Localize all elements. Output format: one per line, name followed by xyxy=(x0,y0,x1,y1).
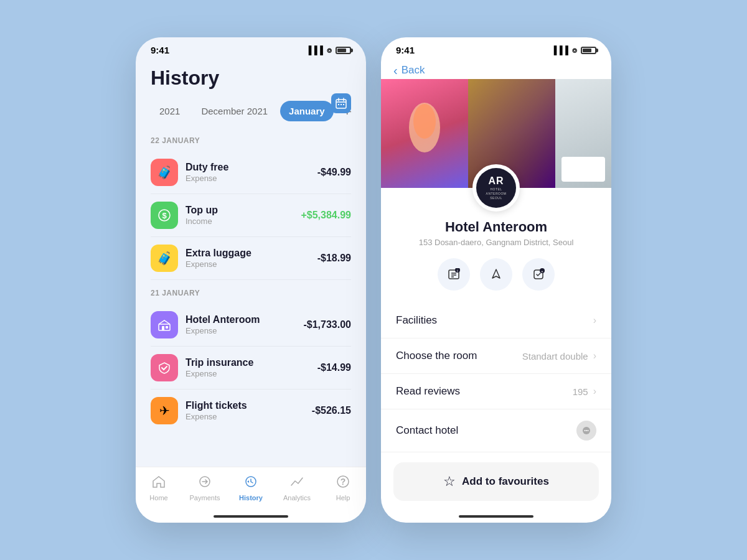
tx-icon-luggage: 🧳 xyxy=(151,245,178,272)
action-navigate[interactable] xyxy=(480,258,512,291)
reviews-count: 195 xyxy=(573,386,588,397)
nav-help[interactable]: ? Help xyxy=(320,475,366,502)
tx-amount-luggage: -$18.99 xyxy=(317,253,351,264)
tx-name-duty-free: Duty free xyxy=(186,162,317,173)
nav-analytics[interactable]: Analytics xyxy=(274,475,320,502)
hotel-logo-wrapper: AR HOTEL ANTEROOM SEOUL xyxy=(381,164,611,212)
logo-text: HOTEL ANTEROOM SEOUL xyxy=(486,187,507,200)
tx-type-hotel: Expense xyxy=(186,326,303,335)
tx-name-flight: Flight tickets xyxy=(186,400,312,411)
svg-point-17 xyxy=(413,104,436,139)
facilities-chevron-icon: › xyxy=(593,315,596,326)
tx-icon-insurance xyxy=(151,354,178,381)
tx-icon-flight: ✈ xyxy=(151,397,178,424)
date-label-22: 22 JANUARY xyxy=(151,136,351,145)
facilities-label: Facilities xyxy=(396,314,437,327)
back-chevron-icon: ‹ xyxy=(393,64,398,77)
tx-type-luggage: Expense xyxy=(186,259,317,269)
battery-icon xyxy=(336,47,351,54)
menu-contact-hotel[interactable]: Contact hotel xyxy=(381,409,611,452)
contact-right xyxy=(576,421,596,441)
svg-rect-10 xyxy=(162,326,164,330)
svg-rect-11 xyxy=(166,326,168,329)
left-phone: 9:41 ▐▐▐ ⌾ History 2021 December 2021 Ja… xyxy=(136,37,366,523)
tx-name-insurance: Trip insurance xyxy=(186,357,317,368)
svg-text:+: + xyxy=(542,269,543,273)
left-content: History 2021 December 2021 January Febru… xyxy=(136,59,366,464)
time-left: 9:41 xyxy=(151,45,169,55)
tab-december[interactable]: December 2021 xyxy=(192,101,276,121)
nav-history[interactable]: History xyxy=(228,475,274,502)
svg-text:?: ? xyxy=(341,477,346,487)
tab-2021[interactable]: 2021 xyxy=(151,101,189,121)
menu-choose-room[interactable]: Choose the room Standart double › xyxy=(381,338,611,374)
tx-icon-topup: $ xyxy=(151,202,178,229)
page-title: History xyxy=(151,67,351,90)
tx-amount-hotel: -$1,733.00 xyxy=(303,319,351,330)
home-icon xyxy=(152,475,166,492)
svg-rect-6 xyxy=(343,104,344,105)
svg-point-31 xyxy=(588,430,589,431)
time-right: 9:41 xyxy=(396,45,415,55)
hotel-actions: i + xyxy=(381,258,611,291)
tx-type-insurance: Expense xyxy=(186,369,317,378)
bottom-nav: Home Payments History xyxy=(136,467,366,523)
logo-initials: AR xyxy=(488,176,504,186)
tx-info-hotel: Hotel Anteroom Expense xyxy=(186,314,303,335)
wifi-icon-right: ⌾ xyxy=(572,45,577,55)
status-bar-right: 9:41 ▐▐▐ ⌾ xyxy=(381,37,611,59)
status-icons-left: ▐▐▐ ⌾ xyxy=(306,45,351,55)
tx-type-topup: Income xyxy=(186,217,301,226)
action-info[interactable]: i xyxy=(438,258,470,291)
nav-home[interactable]: Home xyxy=(136,475,182,502)
contact-chat-icon xyxy=(576,421,596,441)
calendar-icon[interactable] xyxy=(331,93,351,113)
star-icon: ☆ xyxy=(443,474,456,490)
home-indicator-right xyxy=(459,515,533,518)
back-button[interactable]: ‹ Back xyxy=(381,59,611,79)
fav-label: Add to favourites xyxy=(462,475,549,488)
contact-label: Contact hotel xyxy=(396,424,458,437)
action-checkin[interactable]: + xyxy=(522,258,555,291)
menu-facilities[interactable]: Facilities › xyxy=(381,303,611,338)
home-indicator-left xyxy=(214,515,288,518)
svg-text:$: $ xyxy=(162,211,167,220)
svg-point-29 xyxy=(585,430,586,431)
tx-info-topup: Top up Income xyxy=(186,205,301,226)
nav-home-label: Home xyxy=(149,494,167,502)
room-type-value: Standart double xyxy=(522,351,588,362)
tab-january[interactable]: January xyxy=(280,101,334,121)
svg-rect-4 xyxy=(338,104,339,105)
nav-payments-label: Payments xyxy=(190,494,220,502)
reviews-chevron-icon: › xyxy=(593,386,596,397)
tx-icon-hotel xyxy=(151,311,178,338)
tx-info-luggage: Extra luggage Expense xyxy=(186,248,317,269)
analytics-icon xyxy=(290,475,304,492)
transaction-insurance[interactable]: Trip insurance Expense -$14.99 xyxy=(151,347,351,390)
hotel-name: Hotel Anteroom xyxy=(381,219,611,235)
nav-analytics-label: Analytics xyxy=(283,494,311,502)
tx-type-flight: Expense xyxy=(186,412,312,421)
transaction-topup[interactable]: $ Top up Income +$5,384.99 xyxy=(151,194,351,237)
nav-help-label: Help xyxy=(336,494,350,502)
right-phone: 9:41 ▐▐▐ ⌾ ‹ Back xyxy=(381,37,611,523)
facilities-right: › xyxy=(593,315,596,326)
tx-name-topup: Top up xyxy=(186,205,301,216)
status-bar-left: 9:41 ▐▐▐ ⌾ xyxy=(136,37,366,59)
menu-read-reviews[interactable]: Read reviews 195 › xyxy=(381,374,611,409)
transaction-hotel[interactable]: Hotel Anteroom Expense -$1,733.00 xyxy=(151,304,351,347)
transaction-duty-free[interactable]: 🧳 Duty free Expense -$49.99 xyxy=(151,151,351,194)
add-to-favourites-button[interactable]: ☆ Add to favourites xyxy=(393,462,599,501)
transaction-flight[interactable]: ✈ Flight tickets Expense -$526.15 xyxy=(151,390,351,432)
tx-amount-flight: -$526.15 xyxy=(312,405,351,416)
tx-amount-insurance: -$14.99 xyxy=(317,362,351,373)
choose-room-right: Standart double › xyxy=(522,350,596,362)
tx-info-duty-free: Duty free Expense xyxy=(186,162,317,183)
transaction-luggage[interactable]: 🧳 Extra luggage Expense -$18.99 xyxy=(151,237,351,280)
hotel-logo-inner: AR HOTEL ANTEROOM SEOUL xyxy=(476,168,516,208)
tx-icon-duty-free: 🧳 xyxy=(151,159,178,186)
tx-name-luggage: Extra luggage xyxy=(186,248,317,259)
svg-point-30 xyxy=(586,430,587,431)
back-label: Back xyxy=(402,64,425,77)
nav-payments[interactable]: Payments xyxy=(182,475,228,502)
